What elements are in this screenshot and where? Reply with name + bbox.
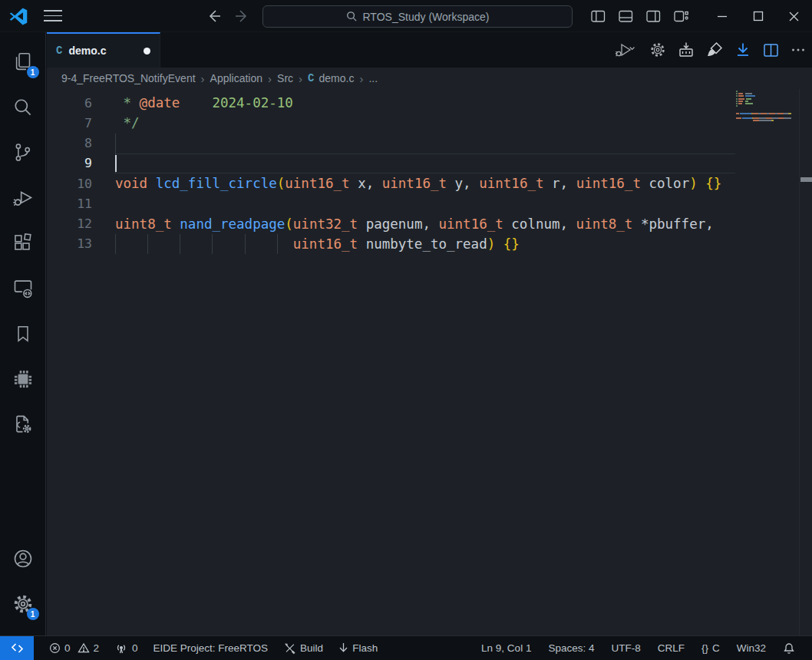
more-actions-button[interactable] [791, 42, 806, 58]
code-content[interactable]: * @date 2024-02-10 [115, 93, 735, 113]
indent-guide [212, 234, 213, 254]
eide-project-indicator[interactable]: EIDE Project: FreeRTOS [153, 642, 269, 654]
chevron-right-icon: › [268, 72, 272, 85]
minimap[interactable] [736, 91, 799, 122]
settings-gear-icon[interactable]: 1 [5, 581, 41, 626]
code-editor[interactable]: 6 * @date 2024-02-107 */8910void lcd_fil… [47, 89, 812, 635]
c-language-icon: C [56, 45, 62, 57]
language-mode-indicator[interactable]: {} C [701, 642, 720, 654]
flash-download-button[interactable] [734, 41, 751, 58]
code-content[interactable] [115, 153, 735, 173]
code-line[interactable]: 6 * @date 2024-02-10 [47, 93, 735, 113]
error-count: 0 [64, 642, 71, 654]
breadcrumb: 9-4_FreeRTOS_NotifyEvent › Application ›… [47, 68, 812, 89]
toggle-panel-icon[interactable] [617, 8, 635, 25]
minimize-button[interactable] [704, 0, 740, 32]
modified-dot-icon[interactable] [144, 48, 150, 54]
breadcrumb-application[interactable]: Application [210, 72, 263, 84]
flash-button[interactable]: Flash [338, 642, 378, 654]
search-icon [346, 11, 358, 22]
code-line[interactable]: 7 */ [47, 113, 735, 133]
toggle-sidebar-left-icon[interactable] [589, 8, 607, 25]
chip-eide-icon[interactable] [5, 356, 41, 401]
vscode-logo-icon [8, 6, 28, 26]
chevron-right-icon: › [359, 72, 363, 85]
line-number: 6 [47, 96, 92, 111]
scrollbar-overview-ruler[interactable] [799, 89, 812, 635]
code-line[interactable]: 9 [47, 153, 735, 173]
indentation-indicator[interactable]: Spaces: 4 [548, 642, 594, 654]
split-editor-button[interactable] [763, 42, 779, 58]
chevron-right-icon: › [201, 72, 205, 85]
account-icon[interactable] [5, 536, 41, 581]
line-number: 9 [47, 156, 92, 170]
command-center-search[interactable]: RTOS_Study (Workspace) [262, 5, 573, 28]
notifications-bell[interactable] [783, 642, 795, 655]
explorer-icon[interactable]: 1 [5, 39, 41, 84]
line-number: 10 [47, 177, 92, 191]
code-content[interactable]: void lcd_fill_circle(uint16_t x, uint16_… [115, 173, 735, 193]
eol-indicator[interactable]: CRLF [658, 642, 685, 654]
breadcrumb-symbol[interactable]: ... [368, 72, 378, 84]
project-settings-icon[interactable] [5, 401, 41, 447]
scrollbar-marker[interactable] [800, 177, 812, 182]
port-count: 0 [132, 642, 138, 654]
tab-demo-c[interactable]: C demo.c [47, 32, 160, 68]
debug-run-button[interactable] [615, 41, 638, 58]
breadcrumb-src[interactable]: Src [277, 72, 293, 84]
breadcrumb-file[interactable]: C demo.c [308, 72, 354, 84]
tab-label: demo.c [68, 45, 106, 57]
code-line[interactable]: 11 [47, 193, 735, 213]
extensions-icon[interactable] [5, 220, 41, 266]
title-bar: RTOS_Study (Workspace) [0, 0, 812, 32]
platform-indicator[interactable]: Win32 [737, 642, 766, 654]
menu-icon[interactable] [44, 7, 62, 25]
line-number: 7 [47, 116, 92, 130]
remote-explorer-icon[interactable] [5, 266, 41, 311]
code-line[interactable]: 10void lcd_fill_circle(uint16_t x, uint1… [47, 173, 735, 193]
activity-bar: 1 [0, 32, 46, 635]
close-button[interactable] [776, 0, 812, 32]
serial-port-indicator[interactable]: 0 [114, 642, 138, 654]
chevron-right-icon: › [299, 72, 302, 85]
customize-layout-icon[interactable] [672, 8, 690, 25]
source-control-icon[interactable] [5, 130, 41, 175]
code-line[interactable]: 12uint8_t nand_readpage(uint32_t pagenum… [47, 214, 735, 234]
editor-group: C demo.c [47, 32, 812, 635]
editor-toolbar [615, 32, 806, 68]
code-content[interactable]: uint16_t numbyte_to_read) {} [115, 234, 735, 254]
toggle-sidebar-right-icon[interactable] [645, 8, 662, 25]
code-line[interactable]: 13 uint16_t numbyte_to_read) {} [47, 234, 735, 254]
build-chip-button[interactable] [678, 41, 695, 58]
bookmarks-icon[interactable] [5, 311, 41, 356]
code-lines: 6 * @date 2024-02-107 */8910void lcd_fil… [47, 93, 735, 254]
maximize-button[interactable] [740, 0, 776, 32]
encoding-indicator[interactable]: UTF-8 [611, 642, 640, 654]
clean-brush-button[interactable] [706, 41, 723, 58]
status-bar: 0 2 0 EIDE Project: FreeRTOS Build Flash… [0, 635, 812, 660]
breadcrumb-project[interactable]: 9-4_FreeRTOS_NotifyEvent [61, 72, 196, 84]
indent-guide [147, 234, 148, 254]
remote-indicator[interactable] [0, 636, 34, 660]
settings-badge: 1 [27, 608, 39, 620]
search-sidebar-icon[interactable] [5, 84, 41, 130]
c-language-icon: C [308, 72, 314, 84]
code-content[interactable]: */ [115, 113, 735, 133]
code-content[interactable] [115, 134, 735, 153]
line-number: 11 [47, 196, 92, 211]
cursor-position-indicator[interactable]: Ln 9, Col 1 [481, 642, 531, 654]
forward-button[interactable] [233, 8, 250, 25]
tab-bar: C demo.c [47, 32, 812, 68]
run-and-debug-icon[interactable] [5, 175, 41, 220]
warning-count: 2 [94, 642, 100, 654]
code-content[interactable] [115, 193, 735, 213]
code-line[interactable]: 8 [47, 134, 735, 153]
line-number: 8 [47, 136, 92, 150]
problems-indicator[interactable]: 0 2 [49, 642, 99, 654]
build-button[interactable]: Build [283, 642, 323, 655]
text-cursor [115, 155, 117, 172]
back-button[interactable] [206, 8, 223, 25]
code-content[interactable]: uint8_t nand_readpage(uint32_t pagenum, … [115, 214, 735, 234]
gear-button[interactable] [649, 41, 666, 58]
vscode-window: RTOS_Study (Workspace) [0, 0, 812, 660]
